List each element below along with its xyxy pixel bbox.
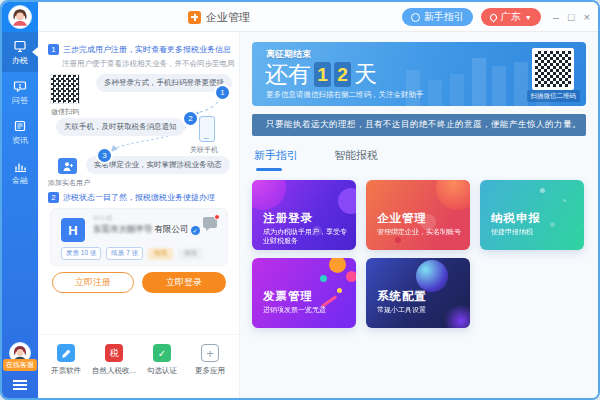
card-subtitle: 成为办税助手用户，享受专业财税服务 [263,227,351,245]
sidebar-label: 资讯 [12,135,28,146]
section1-subtitle: 注册用户便于查看涉税相关业务，并不会同步至电局 [62,59,235,69]
step2-number: 2 [184,112,197,125]
service-badge[interactable]: 在线客服 [3,359,37,371]
section2-number: 2 [48,192,59,203]
card-title: 系统配置 [377,289,427,304]
sidebar-item-tax[interactable]: 办税 [2,32,38,72]
section1-header: 1 三步完成用户注册，实时查看更多报税业务信息 [48,44,231,55]
verified-badge-icon: ✓ [191,226,200,235]
company-name-suffix: 有限公司 [155,224,189,236]
quick-app-personal-tax[interactable]: 税 自然人税收... [91,344,137,376]
sidebar: 办税 问答 资讯 金融 在线客服 [2,32,38,398]
step3-number: 3 [98,149,111,162]
bar-chart-icon [13,159,27,173]
notification-dot [214,214,220,220]
close-button[interactable]: × [584,12,590,23]
card-subtitle: 常规小工具设置 [377,305,465,314]
banner-subtitle: 更多信息请微信扫描右侧二维码，关注金财助手 [266,90,424,100]
tab-smart-tax[interactable]: 智能报税 [334,148,378,171]
phone-icon [199,116,215,142]
card-title: 纳税申报 [491,211,541,226]
menu-icon[interactable] [13,380,27,382]
quick-app-more[interactable]: + 更多应用 [187,344,233,376]
card-tax-declaration[interactable]: 纳税申报 便捷申报纳税 [480,180,584,250]
guide-button-label: 新手指引 [424,10,464,24]
card-subtitle: 进销项发票一览无遗 [263,305,351,314]
guide-button[interactable]: 新手指引 [402,8,473,26]
countdown-prefix: 还有 [265,59,311,90]
window-title: 企业管理 [188,2,250,32]
message-icon[interactable] [203,217,217,228]
card-system-config[interactable]: 系统配置 常规小工具设置 [366,258,470,328]
qr-label: 微信扫码 [51,107,79,117]
wechat-qr-code [50,74,80,104]
card-title: 发票管理 [263,289,313,304]
minimize-button[interactable]: – [553,12,559,23]
quick-app-check-auth[interactable]: ✓ 勾选认证 [139,344,185,376]
region-label: 广东 [501,10,521,24]
company-name: 东莞市大朗半导 有限公司 ✓ [93,224,200,236]
section1-number: 1 [48,44,59,55]
region-selector[interactable]: 广东 ▼ [481,8,541,26]
tax-status-tag: 报税 [148,248,173,260]
content-tabs: 新手指引 智能报税 [254,148,378,171]
plus-icon: + [201,344,219,362]
quick-app-invoice-software[interactable]: 开票软件 [43,344,89,376]
tax-character-icon: 税 [105,344,123,362]
chevron-down-icon: ▼ [525,14,532,21]
sidebar-bottom: 在线客服 [2,342,38,392]
location-pin-icon [488,12,498,22]
topbar-actions: 新手指引 广东 ▼ – □ × [402,2,590,32]
banner-qr-code [532,48,574,90]
maximize-button[interactable]: □ [568,12,575,23]
sidebar-item-news[interactable]: 资讯 [2,112,38,152]
add-user-label: 添加实名用户 [48,178,90,188]
pen-icon [57,344,75,362]
section2-header: 2 涉税状态一目了然，报税缴税业务便捷办理 [48,192,215,203]
section2-title: 涉税状态一目了然，报税缴税业务便捷办理 [63,192,215,203]
user-avatar[interactable] [2,2,38,32]
quick-app-label: 勾选认证 [147,366,177,376]
quick-app-label: 开票软件 [51,366,81,376]
paper-tag: 纸质 7 张 [106,247,143,260]
step1-bubble: 多种登录方式，手机扫码登录更便捷 [96,74,232,92]
sidebar-label: 金融 [12,175,28,186]
sidebar-item-qa[interactable]: 问答 [2,72,38,112]
countdown-suffix: 天 [354,59,377,90]
countdown-digit: 1 [314,62,331,87]
tax-desk-icon [13,39,27,53]
tab-beginner-guide[interactable]: 新手指引 [254,148,298,171]
newspaper-icon [13,119,27,133]
login-button[interactable]: 立即登录 [142,272,226,293]
sidebar-label: 问答 [12,95,28,106]
card-register-login[interactable]: 注册登录 成为办税助手用户，享受专业财税服务 [252,180,356,250]
phone-label: 关联手机 [190,145,218,155]
countdown-digit: 2 [334,62,351,87]
card-subtitle: 管理绑定企业，实名制账号 [377,227,465,236]
top-bar: 企业管理 新手指引 广东 ▼ – □ × [2,2,598,32]
countdown-banner[interactable]: 离征期结束 还有 1 2 天 更多信息请微信扫描右侧二维码，关注金财助手 扫描微… [252,42,586,106]
company-tags: 发票 10 张 纸质 7 张 报税 缴税 [61,247,203,260]
quick-apps-bar: 开票软件 税 自然人税收... ✓ 勾选认证 + 更多应用 [38,334,238,398]
quick-app-label: 更多应用 [195,366,225,376]
window-controls: – □ × [553,12,590,23]
chat-question-icon [13,79,27,93]
login-guide-panel: 1 三步完成用户注册，实时查看更多报税业务信息 注册用户便于查看涉税相关业务，并… [38,32,240,398]
invoice-tag: 发票 10 张 [61,247,101,260]
window-title-label: 企业管理 [206,10,250,25]
company-name-blurred: 东莞市大朗半导 [93,224,153,236]
step2-bubble: 关联手机，及时获取税务消息通知 [56,118,185,136]
quote-bar: 只要能执着远大的理想，且有不达目的绝不终止的意愿，便能产生惊人的力量。 [252,114,586,136]
main-content: 离征期结束 还有 1 2 天 更多信息请微信扫描右侧二维码，关注金财助手 扫描微… [240,32,598,398]
register-button[interactable]: 立即注册 [52,272,134,293]
card-invoice-management[interactable]: 发票管理 进销项发票一览无遗 [252,258,356,328]
card-enterprise-management[interactable]: 企业管理 管理绑定企业，实名制账号 [366,180,470,250]
enterprise-grid-icon [188,11,201,24]
check-icon: ✓ [153,344,171,362]
sidebar-label: 办税 [12,55,28,66]
countdown: 还有 1 2 天 [265,59,377,90]
sidebar-item-finance[interactable]: 金融 [2,152,38,192]
company-card[interactable]: H 何小姐 东莞市大朗半导 有限公司 ✓ 发票 10 张 纸质 7 张 报税 缴… [50,208,228,266]
question-circle-icon [411,13,420,22]
card-subtitle: 便捷申报纳税 [491,227,579,236]
